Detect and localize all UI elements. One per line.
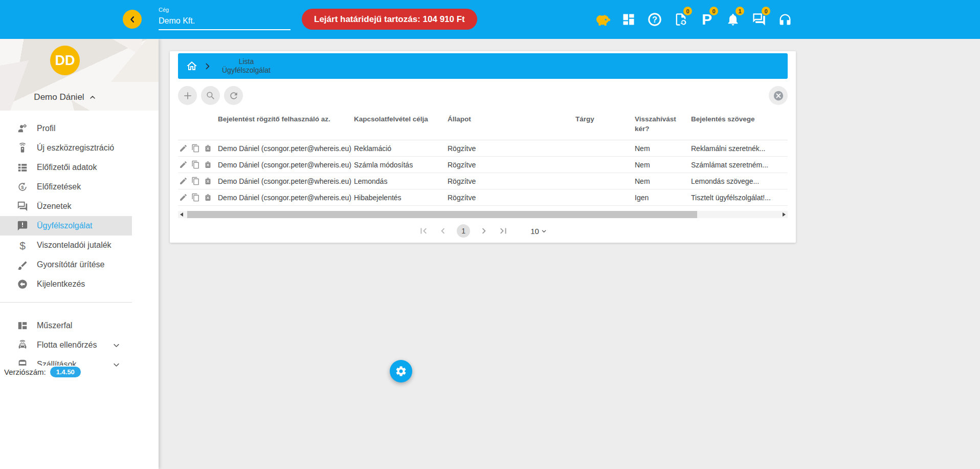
overdue-debt-badge[interactable]: Lejárt határidejű tartozás: 104 910 Ft	[302, 9, 477, 30]
horizontal-scrollbar[interactable]	[178, 211, 788, 218]
avatar[interactable]: DD	[50, 46, 80, 75]
user-name: Demo Dániel	[34, 92, 84, 102]
chevron-down-icon	[540, 227, 548, 235]
cell-purpose: Lemondás	[354, 177, 448, 185]
messages-icon[interactable]: 0	[749, 8, 769, 31]
column-header-purpose[interactable]: Kapcsolatfelvétel célja	[354, 114, 448, 124]
breadcrumb-chevron-icon	[203, 62, 212, 71]
delete-icon[interactable]	[204, 144, 212, 153]
sidebar-item-label: Viszonteladói jutalék	[37, 241, 112, 250]
edit-icon[interactable]	[179, 193, 188, 202]
delete-icon[interactable]	[204, 160, 212, 169]
car-signal-icon	[17, 339, 28, 351]
sidebar-item-uj-eszkozregisztracio[interactable]: Új eszközregisztráció	[0, 138, 132, 158]
table-row[interactable]: Demo Dániel (csongor.peter@whereis.eu) R…	[178, 140, 788, 157]
table-row[interactable]: Demo Dániel (csongor.peter@whereis.eu) H…	[178, 189, 788, 206]
sidebar-secondary-menu: Műszerfal Flotta ellenőrzés Szállítások	[0, 311, 159, 374]
copy-icon[interactable]	[191, 160, 200, 169]
company-input[interactable]: Demo Kft.	[159, 16, 291, 30]
cell-callback: Nem	[635, 177, 691, 185]
document-refresh-icon[interactable]: 0	[671, 8, 691, 31]
cell-text: Tisztelt ügyfélszolgálat!...	[691, 194, 788, 202]
refresh-button[interactable]	[224, 86, 243, 105]
company-field[interactable]: Cég Demo Kft.	[159, 7, 291, 30]
version-label: Verziószám:	[4, 368, 46, 376]
chevron-down-icon[interactable]	[113, 342, 120, 351]
delete-icon[interactable]	[204, 193, 212, 202]
last-page-button[interactable]	[498, 225, 509, 237]
person-gear-icon	[17, 123, 28, 134]
previous-page-button[interactable]	[437, 225, 449, 237]
column-header-subject[interactable]: Tárgy	[541, 114, 635, 124]
edit-icon[interactable]	[179, 144, 188, 153]
notifications-icon[interactable]: 1	[723, 8, 743, 31]
add-button[interactable]	[178, 86, 197, 105]
parking-icon[interactable]: P 0	[697, 8, 717, 31]
cell-user: Demo Dániel (csongor.peter@whereis.eu)	[218, 161, 354, 169]
cell-status: Rögzítve	[448, 161, 541, 169]
cell-user: Demo Dániel (csongor.peter@whereis.eu)	[218, 177, 354, 185]
column-header-user[interactable]: Bejelentést rögzítő felhasználó az.	[218, 114, 354, 124]
badge-count: 0	[762, 7, 770, 15]
topbar-icons: ? 0 P 0 1 0	[593, 0, 795, 39]
cell-callback: Nem	[635, 144, 691, 153]
sidebar-item-profil[interactable]: Profil	[0, 119, 132, 138]
copy-icon[interactable]	[191, 144, 200, 153]
sidebar-item-elofizetoi-adatok[interactable]: Előfizetői adatok	[0, 158, 132, 177]
table-header: Bejelentést rögzítő felhasználó az. Kapc…	[178, 109, 788, 140]
dashboard-grid-icon[interactable]	[619, 8, 638, 31]
piggy-bank-icon[interactable]	[593, 8, 612, 31]
company-label: Cég	[159, 7, 291, 13]
remote-device-icon	[17, 142, 28, 154]
sidebar-item-muszerfal[interactable]: Műszerfal	[0, 316, 132, 335]
chevron-down-icon[interactable]	[113, 361, 120, 371]
sidebar-item-ugyfelszolgalat[interactable]: Ügyfélszolgálat	[0, 216, 132, 236]
breadcrumb: Lista Ügyfélszolgálat	[178, 53, 788, 79]
back-button[interactable]	[123, 10, 142, 29]
cell-text: Számlámat szeretném...	[691, 161, 788, 169]
chat-bubbles-icon	[17, 201, 28, 212]
sidebar-item-label: Profil	[37, 124, 55, 133]
headset-icon[interactable]	[775, 8, 795, 31]
next-page-button[interactable]	[478, 225, 489, 237]
column-header-callback[interactable]: Visszahívást kér?	[635, 114, 691, 134]
sidebar-item-label: Új eszközregisztráció	[37, 143, 114, 153]
table-row[interactable]: Demo Dániel (csongor.peter@whereis.eu) L…	[178, 173, 788, 189]
table-row[interactable]: Demo Dániel (csongor.peter@whereis.eu) S…	[178, 157, 788, 173]
user-menu-toggle[interactable]: Demo Dániel	[0, 92, 130, 102]
column-header-status[interactable]: Állapot	[448, 114, 541, 124]
sidebar-item-viszonteladoi-jutalek[interactable]: $ Viszonteladói jutalék	[0, 236, 132, 255]
help-icon[interactable]: ?	[645, 8, 664, 31]
logout-icon	[17, 279, 28, 290]
sidebar-item-uzenetek[interactable]: Üzenetek	[0, 197, 132, 216]
copy-icon[interactable]	[191, 193, 200, 202]
profile-header: DD Demo Dániel	[0, 39, 159, 111]
sidebar-item-gyorsitotar-uritese[interactable]: Gyorsítótár ürítése	[0, 255, 132, 274]
sidebar-item-elofizetesek[interactable]: $ Előfizetések	[0, 177, 132, 197]
scroll-left-arrow[interactable]	[180, 212, 183, 217]
home-icon[interactable]	[186, 60, 198, 72]
delete-icon[interactable]	[204, 177, 212, 185]
breadcrumb-current: Lista Ügyfélszolgálat	[222, 57, 271, 75]
close-button[interactable]	[769, 86, 788, 105]
dashboard-icon	[17, 320, 28, 331]
page-size-select[interactable]: 10	[530, 227, 548, 236]
search-icon	[206, 91, 215, 100]
scroll-right-arrow[interactable]	[783, 212, 786, 217]
column-header-text[interactable]: Bejelentés szövege	[691, 114, 788, 124]
sidebar-item-flotta-ellenorzes[interactable]: Flotta ellenőrzés	[0, 335, 132, 355]
sidebar-item-kijelentkezes[interactable]: Kijelentkezés	[0, 274, 132, 294]
topbar: Cég Demo Kft. Lejárt határidejű tartozás…	[0, 0, 980, 39]
version-info: Verziószám: 1.4.50	[4, 366, 83, 378]
edit-icon[interactable]	[179, 177, 188, 185]
first-page-button[interactable]	[418, 225, 429, 237]
edit-icon[interactable]	[179, 160, 188, 169]
breadcrumb-view: Lista	[239, 57, 254, 66]
current-page[interactable]: 1	[457, 224, 470, 238]
scrollbar-thumb[interactable]	[187, 211, 697, 218]
settings-fab[interactable]	[390, 360, 412, 382]
version-badge: 1.4.50	[50, 367, 81, 377]
toolbar	[178, 86, 788, 105]
search-button[interactable]	[201, 86, 220, 105]
copy-icon[interactable]	[191, 177, 200, 185]
